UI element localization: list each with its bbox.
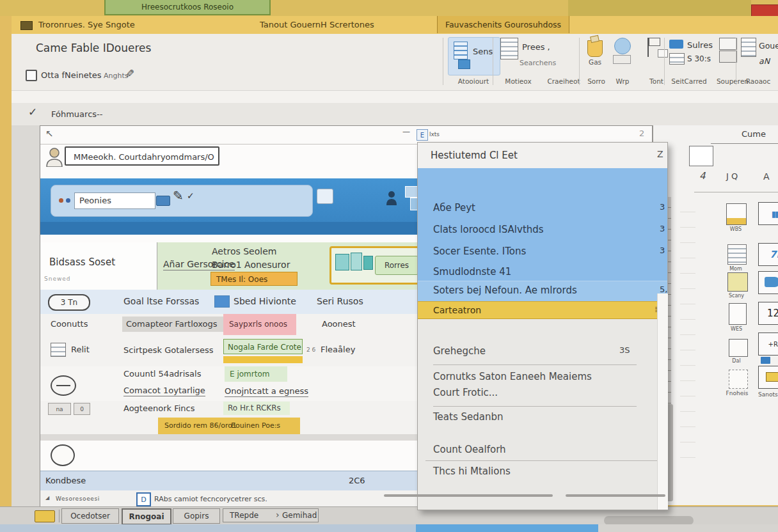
- footer-label: Kondbese: [45, 476, 86, 485]
- panel-item-wes[interactable]: [729, 303, 747, 325]
- dot-icon: [66, 198, 70, 203]
- screen: Hreesocrutkoos Roseoio Troronrues. Sye S…: [0, 0, 778, 532]
- group-label-wrp: Wrp: [613, 77, 632, 85]
- scroll-corner-glyph[interactable]: 2: [639, 129, 644, 138]
- e-badge[interactable]: E: [417, 129, 428, 141]
- menu-item[interactable]: Court Frotic...: [433, 387, 498, 398]
- bottom-tab-ocedotser[interactable]: Ocedotser: [61, 508, 119, 524]
- panel-box-12[interactable]: 12.: [758, 302, 778, 325]
- panel-box-blue-shape[interactable]: [758, 271, 778, 294]
- jar-icon[interactable]: [587, 40, 603, 57]
- ribbon-sep: [579, 38, 580, 85]
- divider-line: [566, 494, 665, 497]
- menu-header: Hestiutemd Cl Eet Z: [418, 143, 667, 169]
- flag-icon[interactable]: [649, 38, 660, 46]
- highlight-box-orange[interactable]: TMes Il: Ooes: [210, 272, 298, 286]
- small-gray-box[interactable]: 0: [74, 403, 90, 415]
- panel-item-mom[interactable]: [727, 244, 747, 265]
- panel-tool-1[interactable]: 4: [699, 170, 706, 182]
- small-toggle-box[interactable]: [317, 189, 333, 204]
- check-icon[interactable]: ✓: [28, 106, 37, 118]
- panel-box-ro[interactable]: +Ro: [758, 332, 778, 356]
- menu-item-row[interactable]: Soters bej Nefoun. Ae mlrords 5,: [418, 281, 667, 301]
- menu-item-value: 3: [660, 224, 665, 233]
- panel-box-pause[interactable]: ▮▮: [758, 202, 778, 225]
- panel-box-yellow[interactable]: [758, 366, 778, 389]
- ribbon-check-label: Otta fNeinetes: [41, 70, 102, 80]
- menu-item[interactable]: Grehegche: [433, 345, 486, 357]
- cell-subtext: Snewed: [44, 276, 71, 282]
- formula-label: Fóhmuarcs--: [51, 109, 102, 119]
- status-label: Wesoresoeesi: [56, 496, 100, 502]
- highlight-row-yellow[interactable]: Sordido rem 86/oro1 Eouinen Poe:s: [158, 418, 300, 434]
- bottom-tab-trepde[interactable]: TRepde › Gemihad: [223, 508, 319, 522]
- menu-item-value: 3S: [619, 345, 630, 355]
- sheet-button-yellow[interactable]: [35, 510, 55, 522]
- blue-tile-icon: [458, 59, 470, 69]
- toggle-pill[interactable]: 3 Tn: [48, 294, 90, 311]
- group-label-motieox: Motieox: [498, 77, 539, 85]
- panel-item-scany[interactable]: [727, 272, 748, 292]
- page-icon[interactable]: [500, 38, 518, 59]
- triangle-icon: ◢: [45, 495, 49, 501]
- checkbox-icon[interactable]: [26, 70, 37, 81]
- cell-text: Scirtpesk Gotalersess: [123, 345, 214, 355]
- menu-item: Carteatron: [433, 305, 481, 315]
- panel-item-fnoheis[interactable]: [729, 370, 748, 389]
- lines-icon[interactable]: [669, 53, 685, 65]
- stacked-box-icon[interactable]: [719, 38, 737, 50]
- menu-item[interactable]: Smudlodnste 41: [433, 266, 511, 278]
- document-tab[interactable]: Hreesocrutkoos Roseoio: [104, 0, 271, 15]
- ribbon-angles-label: Anghts: [104, 72, 129, 80]
- panel-tool-2[interactable]: J Q: [726, 171, 738, 181]
- document-icon[interactable]: [741, 38, 756, 57]
- highlight-box-green[interactable]: Nogala Farde Crote: [223, 339, 303, 354]
- menu-scroll-strip[interactable]: [657, 293, 668, 510]
- panel-tool-3[interactable]: A: [763, 171, 770, 182]
- toolbar-field[interactable]: Peonies: [74, 192, 155, 209]
- panel-item-label: WBS: [725, 226, 747, 232]
- ribbon-prees-label[interactable]: Prees ,: [522, 42, 550, 52]
- menu-item[interactable]: Count Oealforh: [433, 444, 506, 455]
- teal-doc-icon: [363, 256, 373, 270]
- footer-value: 2C6: [349, 476, 365, 485]
- bottom-tab-gopirs[interactable]: Gopirs: [173, 508, 220, 524]
- dot-icon: [59, 198, 63, 203]
- d-badge[interactable]: D: [136, 492, 151, 506]
- panel-underline: [711, 143, 778, 144]
- ribbon-lower-strip: [12, 90, 778, 104]
- small-gray-box[interactable]: na: [48, 403, 71, 415]
- bottom-tab-rnogoai[interactable]: Rnogoai: [122, 508, 171, 525]
- panel-box-7i[interactable]: 7I: [758, 243, 778, 266]
- profile-tab[interactable]: MMeeokh. Courtdahryomdmars/O: [65, 146, 219, 166]
- ellipse-icon: [51, 375, 76, 396]
- bottom-gray-blob: [604, 516, 694, 525]
- blue-bar-icon[interactable]: [669, 40, 683, 49]
- menu-item-value: 5,: [660, 285, 667, 294]
- chevron-right-icon: ›: [276, 510, 280, 520]
- group-label-atooiourt: Atooiourt: [448, 77, 499, 85]
- panel-item-dal[interactable]: [729, 339, 748, 357]
- menu-item[interactable]: Socer Esente. ITons: [433, 246, 526, 257]
- rorres-panel: Rorres: [329, 246, 423, 285]
- menu-yellow-item[interactable]: Carteatron ≣: [418, 301, 667, 319]
- menu-header-z[interactable]: Z: [657, 149, 663, 159]
- panel-corner-label: Cume: [742, 129, 766, 139]
- circle-icon[interactable]: [614, 38, 631, 54]
- row-header-cell[interactable]: Bidsass Soset Snewed: [40, 242, 157, 290]
- bottom-strip-right: [598, 524, 778, 532]
- pen-check-icon[interactable]: ✎: [173, 188, 184, 203]
- menu-item[interactable]: Clats loroocd ISAlvthds: [433, 224, 544, 235]
- title-tab-right[interactable]: Fauvaschenits Gourosuhdoss: [437, 16, 569, 33]
- minimize-icon[interactable]: —: [402, 127, 410, 136]
- title-bar: Troronrues. Sye Sngote Tanout GouernH Sc…: [12, 16, 778, 35]
- bottom-strip-blue: [416, 524, 598, 532]
- menu-item[interactable]: Teats Sedanbn: [433, 411, 504, 423]
- cell-box[interactable]: [689, 146, 713, 166]
- menu-item[interactable]: Cornutks Saton Eaneeh Meaiems: [433, 371, 592, 382]
- menu-item[interactable]: Aбe Peyt: [433, 202, 475, 214]
- menu-item[interactable]: Thcs hi Mtalions: [433, 465, 511, 477]
- rorres-button[interactable]: Rorres: [375, 256, 418, 275]
- panel-item-wbs[interactable]: [726, 203, 747, 225]
- person-small-icon[interactable]: [386, 190, 397, 205]
